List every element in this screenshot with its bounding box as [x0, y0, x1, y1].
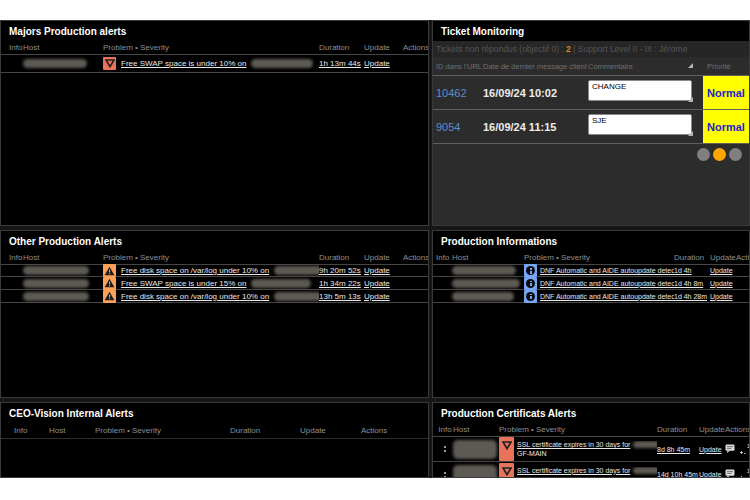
host-redacted — [453, 440, 497, 459]
col-header-problem-severity: Problem • Severity — [103, 43, 319, 52]
panel-title-certs: Production Certificats Alerts — [433, 403, 749, 423]
col-header-update: Update — [300, 426, 361, 435]
duration-link[interactable]: 1h 13m 44s — [319, 59, 364, 68]
host-redacted — [23, 279, 89, 288]
host-cell — [23, 279, 103, 288]
ticket-id-link[interactable]: 10462 — [436, 87, 467, 99]
problem-link[interactable]: DNF Automatic and AIDE autoupdate detect… — [540, 293, 674, 300]
ticket-comment-input[interactable]: SJE — [588, 114, 692, 135]
update-link[interactable]: Update — [710, 267, 736, 274]
col-header-info: Info — [9, 43, 23, 52]
update-link[interactable]: Update — [699, 446, 723, 453]
problem-link[interactable]: Free SWAP space is under 15% on — [121, 279, 246, 288]
update-link[interactable]: Update — [364, 266, 403, 275]
problem-link-line2[interactable]: GF-MAIN — [517, 450, 657, 457]
update-link[interactable]: Update — [364, 292, 403, 301]
col-header-problem-severity: Problem • Severity — [524, 253, 674, 262]
comment-bubble-icon[interactable] — [725, 444, 735, 455]
panel-production-certificats-alerts: Production Certificats Alerts Info Host … — [432, 402, 750, 478]
pagination-dots — [697, 148, 742, 161]
severity-disaster-icon — [103, 57, 116, 70]
pagination-dot[interactable] — [729, 148, 742, 161]
problem-cell: SSL certificate expires in 30 days for G… — [499, 463, 657, 479]
host-redacted — [633, 467, 657, 474]
alert-row: Free disk space on /var/log under 10% on… — [1, 264, 428, 277]
problem-cell: Free SWAP space is under 15% on — [103, 277, 319, 290]
info-cell — [437, 472, 453, 478]
col-header-update: Update — [710, 253, 736, 262]
problem-link-line2[interactable]: GF-MAIN — [517, 476, 657, 479]
ticket-priority-badge: Normal — [703, 110, 750, 143]
update-link[interactable]: Update — [710, 293, 736, 300]
tickets-table-header: ID dans l'URL Date de dernier message cl… — [433, 57, 749, 75]
col-header-host: Host — [452, 253, 524, 262]
col-header-actions: Actions — [361, 426, 428, 435]
problem-cell: Free SWAP space is under 10% on — [103, 57, 319, 70]
update-link[interactable]: Update — [364, 59, 403, 68]
prodinfo-table-header: Info Host Problem • Severity Duration Up… — [433, 251, 749, 264]
duration-link[interactable]: 8d 8h 45m — [657, 446, 699, 453]
problem-link[interactable]: SSL certificate expires in 30 days for — [517, 467, 630, 474]
col-header-actions: Actions — [736, 253, 750, 262]
duration-link[interactable]: 1h 34m 22s — [319, 279, 364, 288]
col-header-duration: Duration — [319, 43, 364, 52]
host-redacted — [274, 266, 319, 275]
host-cell — [453, 440, 499, 459]
duration-link[interactable]: 1d 4h 8m — [674, 280, 710, 287]
host-cell — [453, 465, 499, 478]
ticket-id-link[interactable]: 9054 — [436, 121, 460, 133]
update-link[interactable]: Update — [710, 280, 736, 287]
col-header-duration: Duration — [674, 253, 710, 262]
host-redacted — [274, 292, 319, 301]
panel-title-tickets: Ticket Monitoring — [433, 21, 749, 41]
col-header-info: Info — [436, 253, 452, 262]
actions-count: 1 — [747, 443, 750, 449]
tickets-subtitle: Tickets non répondus (objectif 0) : 2 | … — [433, 41, 749, 57]
col-header-ticket-id: ID dans l'URL — [433, 62, 483, 71]
panel-ceo-vision-internal-alerts: CEO-Vision Internal Alerts Info Host Pro… — [0, 402, 429, 478]
duration-link[interactable]: 14d 10h 45m — [657, 471, 699, 478]
alert-row: SSL certificate expires in 30 days for G… — [433, 436, 749, 462]
host-cell — [23, 292, 103, 301]
majors-table-header: Info Host Problem • Severity Duration Up… — [1, 41, 428, 54]
pagination-dot[interactable] — [697, 148, 710, 161]
duration-link[interactable]: 1d 4h — [674, 267, 710, 274]
duration-link[interactable]: 9h 20m 52s — [319, 266, 364, 275]
problem-link[interactable]: Free SWAP space is under 10% on — [121, 59, 246, 68]
problem-link[interactable]: DNF Automatic and AIDE autoupdate detect… — [540, 267, 674, 274]
ticket-comment-input[interactable]: CHANGE — [588, 80, 692, 101]
problem-link[interactable]: DNF Automatic and AIDE autoupdate detect… — [540, 280, 674, 287]
col-header-host: Host — [49, 426, 95, 435]
host-redacted — [452, 292, 514, 301]
host-redacted — [452, 266, 516, 275]
update-link[interactable]: Update — [699, 471, 723, 478]
col-header-actions: Actions — [403, 43, 429, 52]
comment-bubble-icon[interactable] — [725, 469, 735, 478]
pagination-dot-active[interactable] — [713, 148, 726, 161]
col-header-duration: Duration — [657, 425, 699, 434]
actions-flow-icon[interactable]: 1 — [739, 444, 750, 455]
info-dots-icon — [444, 446, 446, 452]
problem-link[interactable]: Free disk space on /var/log under 10% on — [121, 292, 269, 301]
host-redacted — [23, 266, 89, 275]
col-header-host: Host — [23, 253, 103, 262]
alert-row: Free SWAP space is under 10% on 1h 13m 4… — [1, 54, 428, 73]
problem-cell: Free disk space on /var/log under 10% on — [103, 290, 319, 303]
col-header-problem-severity: Problem • Severity — [95, 426, 230, 435]
update-link[interactable]: Update — [364, 279, 403, 288]
dashboard-screen: Majors Production alerts Info Host Probl… — [0, 0, 750, 500]
problem-link[interactable]: Free disk space on /var/log under 10% on — [121, 266, 269, 275]
ticket-date: 16/09/24 11:15 — [483, 121, 588, 133]
alert-row: DNF Automatic and AIDE autoupdate detect… — [433, 277, 749, 290]
severity-information-icon — [524, 264, 537, 277]
actions-cell: 1 — [723, 469, 750, 478]
problem-cell: SSL certificate expires in 30 days for G… — [499, 437, 657, 461]
ticket-date: 16/09/24 10:02 — [483, 87, 588, 99]
panel-title-others: Other Production Alerts — [1, 231, 428, 251]
problem-link[interactable]: SSL certificate expires in 30 days for — [517, 441, 630, 448]
subtitle-suffix: | Support Level II - III : Jérome — [571, 44, 688, 54]
col-header-date: Date de dernier message client — [483, 62, 588, 71]
actions-flow-icon[interactable]: 1 — [739, 469, 750, 478]
duration-link[interactable]: 13h 5m 13s — [319, 292, 364, 301]
duration-link[interactable]: 1d 4h 28m — [674, 293, 710, 300]
